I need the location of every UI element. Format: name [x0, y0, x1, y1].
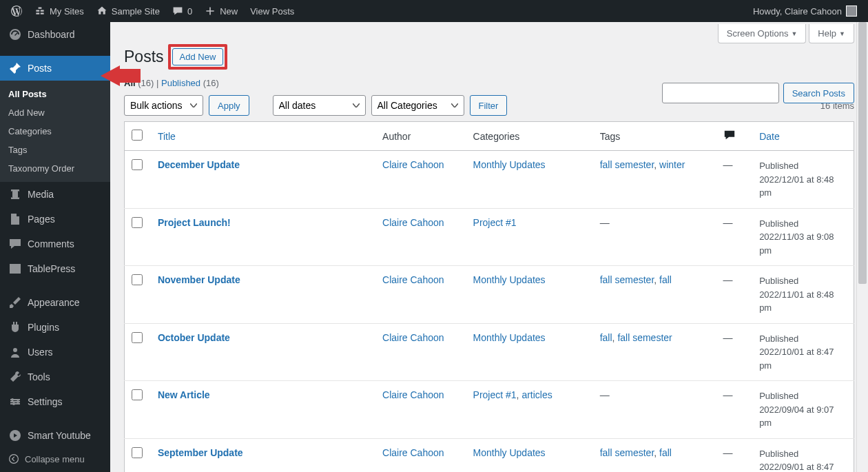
col-checkbox: [125, 122, 151, 151]
sidebar-item-media[interactable]: Media: [0, 182, 110, 207]
sidebar-tablepress-label: TablePress: [28, 263, 75, 274]
add-new-button[interactable]: Add New: [172, 48, 224, 65]
row-comments: —: [716, 266, 753, 324]
col-comments[interactable]: [716, 122, 753, 151]
sidebar-item-smart-youtube[interactable]: Smart Youtube: [0, 423, 110, 448]
search-posts-button[interactable]: Search Posts: [783, 83, 854, 103]
sidebar-users-label: Users: [28, 347, 53, 358]
sidebar-pages-label: Pages: [28, 214, 55, 225]
row-checkbox[interactable]: [132, 274, 143, 285]
post-title-link[interactable]: October Update: [158, 332, 230, 343]
sidebar-item-dashboard[interactable]: Dashboard: [0, 22, 110, 47]
tag-link[interactable]: fall semester: [617, 332, 672, 343]
row-checkbox[interactable]: [132, 159, 143, 170]
filter-published[interactable]: Published (16): [161, 78, 219, 88]
post-title-link[interactable]: Project Launch!: [158, 217, 231, 228]
author-link[interactable]: Claire Cahoon: [382, 159, 444, 170]
no-tags: —: [600, 217, 610, 228]
sidebar-sub-add-new[interactable]: Add New: [0, 103, 110, 122]
post-title-link[interactable]: September Update: [158, 447, 243, 458]
admin-bar-right: Howdy, Claire Cahoon: [747, 0, 862, 22]
row-checkbox[interactable]: [132, 447, 143, 458]
apply-button[interactable]: Apply: [209, 95, 249, 116]
date-filter-select[interactable]: All dates: [273, 95, 366, 116]
tag-link[interactable]: fall: [659, 274, 672, 285]
tag-link[interactable]: winter: [659, 159, 685, 170]
post-title-link[interactable]: New Article: [158, 389, 210, 400]
tag-link[interactable]: fall semester: [600, 274, 654, 285]
col-date[interactable]: Date: [752, 122, 854, 151]
comments-menu[interactable]: 0: [167, 0, 198, 22]
author-link[interactable]: Claire Cahoon: [382, 274, 444, 285]
youtube-icon: [8, 429, 22, 442]
sidebar-settings-label: Settings: [28, 396, 63, 407]
category-link[interactable]: Monthly Updates: [473, 332, 546, 343]
svg-point-1: [11, 398, 14, 401]
post-title-link[interactable]: December Update: [158, 159, 240, 170]
category-link[interactable]: Project #1: [473, 389, 517, 400]
page-title: Posts: [124, 48, 164, 66]
vertical-scrollbar[interactable]: [856, 22, 868, 472]
collapse-label: Collapse menu: [25, 454, 85, 464]
sidebar-item-posts[interactable]: Posts: [0, 56, 110, 81]
filter-all-count: (16): [138, 78, 154, 88]
row-checkbox[interactable]: [132, 332, 143, 343]
category-link[interactable]: Project #1: [473, 217, 517, 228]
sidebar-media-label: Media: [28, 189, 54, 200]
tag-link[interactable]: fall semester: [600, 447, 654, 458]
sidebar-item-users[interactable]: Users: [0, 340, 110, 365]
table-row: December UpdateClaire CahoonMonthly Upda…: [125, 151, 854, 209]
view-posts-link[interactable]: View Posts: [245, 0, 300, 22]
author-link[interactable]: Claire Cahoon: [382, 217, 444, 228]
filter-button[interactable]: Filter: [470, 95, 508, 116]
sidebar-item-plugins[interactable]: Plugins: [0, 315, 110, 340]
posts-table: Title Author Categories Tags Date Decemb…: [124, 121, 854, 472]
sidebar-sub-tags[interactable]: Tags: [0, 141, 110, 159]
author-link[interactable]: Claire Cahoon: [382, 332, 444, 343]
category-link[interactable]: Monthly Updates: [473, 274, 546, 285]
new-content-menu[interactable]: New: [199, 0, 243, 22]
collapse-menu[interactable]: Collapse menu: [0, 448, 110, 470]
home-icon: [96, 6, 107, 17]
sidebar-item-tools[interactable]: Tools: [0, 365, 110, 389]
tag-link[interactable]: fall: [600, 332, 612, 343]
sidebar-item-pages[interactable]: Pages: [0, 207, 110, 232]
site-name-menu[interactable]: Sample Site: [91, 0, 165, 22]
tag-link[interactable]: fall semester: [600, 159, 654, 170]
row-checkbox[interactable]: [132, 389, 143, 400]
table-row: Project Launch!Claire CahoonProject #1——…: [125, 208, 854, 266]
select-all-checkbox[interactable]: [132, 130, 143, 141]
col-title[interactable]: Title: [151, 122, 375, 151]
post-title-link[interactable]: November Update: [158, 274, 240, 285]
help-button[interactable]: Help▼: [809, 24, 854, 43]
sidebar-sub-taxonomy-order[interactable]: Taxonomy Order: [0, 159, 110, 178]
sidebar-item-appearance[interactable]: Appearance: [0, 290, 110, 315]
category-link[interactable]: Monthly Updates: [473, 447, 546, 458]
page-icon: [8, 212, 22, 226]
filter-all[interactable]: All (16): [124, 78, 154, 88]
tag-link[interactable]: fall: [659, 447, 672, 458]
sidebar-item-comments[interactable]: Comments: [0, 232, 110, 256]
settings-icon: [8, 395, 22, 409]
category-link[interactable]: Monthly Updates: [473, 159, 546, 170]
category-link[interactable]: articles: [521, 389, 552, 400]
sidebar-item-tablepress[interactable]: TablePress: [0, 256, 110, 281]
row-checkbox[interactable]: [132, 217, 143, 228]
author-link[interactable]: Claire Cahoon: [382, 447, 444, 458]
search-input[interactable]: [662, 83, 779, 103]
comment-bubble-icon: [723, 129, 736, 141]
wp-logo[interactable]: [6, 0, 28, 22]
user-menu[interactable]: Howdy, Claire Cahoon: [747, 0, 862, 22]
sidebar-sub-categories[interactable]: Categories: [0, 122, 110, 141]
scrollbar-thumb[interactable]: [858, 22, 867, 284]
my-sites-menu[interactable]: My Sites: [29, 0, 90, 22]
category-filter-select[interactable]: All Categories: [371, 95, 464, 116]
row-comments: —: [716, 151, 753, 209]
sidebar-comments-label: Comments: [28, 238, 74, 249]
bulk-actions-select[interactable]: Bulk actions: [124, 95, 203, 116]
screen-options-button[interactable]: Screen Options▼: [718, 24, 807, 43]
author-link[interactable]: Claire Cahoon: [382, 389, 444, 400]
sidebar-sub-all-posts[interactable]: All Posts: [0, 85, 110, 103]
screen-meta-links: Screen Options▼ Help▼: [718, 24, 854, 43]
sidebar-item-settings[interactable]: Settings: [0, 389, 110, 414]
